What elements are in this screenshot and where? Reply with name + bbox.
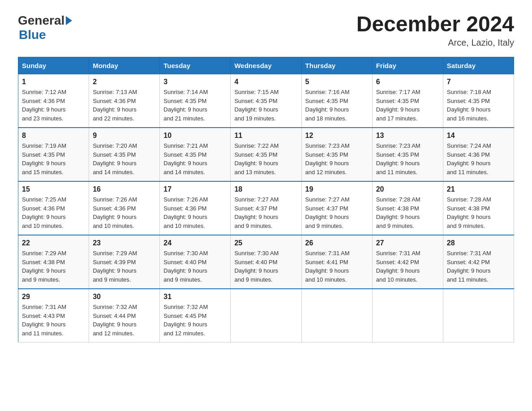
table-row: 30 Sunrise: 7:32 AM Sunset: 4:44 PM Dayl… [89, 289, 160, 342]
col-wednesday: Wednesday [231, 57, 301, 74]
day-number: 26 [305, 239, 369, 247]
table-row: 28 Sunrise: 7:31 AM Sunset: 4:42 PM Dayl… [443, 235, 514, 289]
day-number: 29 [22, 293, 85, 301]
table-row: 17 Sunrise: 7:26 AM Sunset: 4:36 PM Dayl… [160, 181, 231, 235]
day-info: Sunrise: 7:14 AM Sunset: 4:35 PM Dayligh… [163, 88, 227, 123]
day-info: Sunrise: 7:26 AM Sunset: 4:36 PM Dayligh… [93, 195, 156, 230]
day-info: Sunrise: 7:13 AM Sunset: 4:36 PM Dayligh… [93, 88, 156, 123]
table-row: 8 Sunrise: 7:19 AM Sunset: 4:35 PM Dayli… [18, 128, 89, 181]
col-thursday: Thursday [301, 57, 372, 74]
header-row: Sunday Monday Tuesday Wednesday Thursday… [18, 57, 514, 74]
table-row: 26 Sunrise: 7:31 AM Sunset: 4:41 PM Dayl… [301, 235, 372, 289]
day-info: Sunrise: 7:17 AM Sunset: 4:35 PM Dayligh… [376, 88, 439, 123]
day-number: 4 [234, 78, 297, 86]
day-number: 27 [376, 239, 439, 247]
day-info: Sunrise: 7:28 AM Sunset: 4:38 PM Dayligh… [376, 195, 439, 230]
day-number: 28 [447, 239, 510, 247]
table-row: 3 Sunrise: 7:14 AM Sunset: 4:35 PM Dayli… [160, 74, 231, 128]
day-info: Sunrise: 7:29 AM Sunset: 4:39 PM Dayligh… [93, 249, 156, 284]
day-info: Sunrise: 7:25 AM Sunset: 4:36 PM Dayligh… [22, 195, 85, 230]
col-monday: Monday [89, 57, 160, 74]
day-info: Sunrise: 7:16 AM Sunset: 4:35 PM Dayligh… [305, 88, 369, 123]
day-number: 11 [234, 132, 297, 140]
calendar-week-1: 1 Sunrise: 7:12 AM Sunset: 4:36 PM Dayli… [18, 74, 514, 128]
table-row: 22 Sunrise: 7:29 AM Sunset: 4:38 PM Dayl… [18, 235, 89, 289]
day-info: Sunrise: 7:29 AM Sunset: 4:38 PM Dayligh… [22, 249, 85, 284]
logo-arrow-icon [66, 16, 72, 25]
table-row: 14 Sunrise: 7:24 AM Sunset: 4:36 PM Dayl… [443, 128, 514, 181]
day-number: 3 [163, 78, 227, 86]
day-number: 23 [93, 239, 156, 247]
calendar-week-2: 8 Sunrise: 7:19 AM Sunset: 4:35 PM Dayli… [18, 128, 514, 181]
table-row: 23 Sunrise: 7:29 AM Sunset: 4:39 PM Dayl… [89, 235, 160, 289]
day-number: 24 [163, 239, 227, 247]
header-right: December 2024 Arce, Lazio, Italy [356, 13, 514, 48]
logo-blue: Blue [19, 28, 46, 42]
table-row: 11 Sunrise: 7:22 AM Sunset: 4:35 PM Dayl… [231, 128, 301, 181]
table-row: 27 Sunrise: 7:31 AM Sunset: 4:42 PM Dayl… [372, 235, 443, 289]
col-sunday: Sunday [18, 57, 89, 74]
table-row: 29 Sunrise: 7:31 AM Sunset: 4:43 PM Dayl… [18, 289, 89, 342]
day-number: 20 [376, 185, 439, 193]
table-row: 18 Sunrise: 7:27 AM Sunset: 4:37 PM Dayl… [231, 181, 301, 235]
table-row: 15 Sunrise: 7:25 AM Sunset: 4:36 PM Dayl… [18, 181, 89, 235]
table-row: 19 Sunrise: 7:27 AM Sunset: 4:37 PM Dayl… [301, 181, 372, 235]
day-info: Sunrise: 7:31 AM Sunset: 4:43 PM Dayligh… [22, 303, 85, 338]
day-info: Sunrise: 7:18 AM Sunset: 4:35 PM Dayligh… [447, 88, 510, 123]
day-number: 19 [305, 185, 369, 193]
table-row [443, 289, 514, 342]
logo-general: General [18, 13, 64, 28]
table-row: 13 Sunrise: 7:23 AM Sunset: 4:35 PM Dayl… [372, 128, 443, 181]
month-title: December 2024 [356, 13, 514, 35]
day-number: 13 [376, 132, 439, 140]
day-number: 1 [22, 78, 85, 86]
table-row: 12 Sunrise: 7:23 AM Sunset: 4:35 PM Dayl… [301, 128, 372, 181]
table-row: 5 Sunrise: 7:16 AM Sunset: 4:35 PM Dayli… [301, 74, 372, 128]
day-number: 30 [93, 293, 156, 301]
day-info: Sunrise: 7:20 AM Sunset: 4:35 PM Dayligh… [93, 141, 156, 176]
calendar-table: Sunday Monday Tuesday Wednesday Thursday… [18, 57, 514, 342]
logo: General Blue [18, 13, 73, 42]
day-info: Sunrise: 7:28 AM Sunset: 4:38 PM Dayligh… [447, 195, 510, 230]
day-info: Sunrise: 7:31 AM Sunset: 4:41 PM Dayligh… [305, 249, 369, 284]
day-info: Sunrise: 7:30 AM Sunset: 4:40 PM Dayligh… [234, 249, 297, 284]
location: Arce, Lazio, Italy [356, 38, 514, 48]
day-info: Sunrise: 7:31 AM Sunset: 4:42 PM Dayligh… [447, 249, 510, 284]
day-info: Sunrise: 7:12 AM Sunset: 4:36 PM Dayligh… [22, 88, 85, 123]
table-row: 24 Sunrise: 7:30 AM Sunset: 4:40 PM Dayl… [160, 235, 231, 289]
table-row: 16 Sunrise: 7:26 AM Sunset: 4:36 PM Dayl… [89, 181, 160, 235]
day-number: 15 [22, 185, 85, 193]
day-info: Sunrise: 7:27 AM Sunset: 4:37 PM Dayligh… [305, 195, 369, 230]
day-info: Sunrise: 7:21 AM Sunset: 4:35 PM Dayligh… [163, 141, 227, 176]
day-number: 18 [234, 185, 297, 193]
table-row: 25 Sunrise: 7:30 AM Sunset: 4:40 PM Dayl… [231, 235, 301, 289]
day-info: Sunrise: 7:22 AM Sunset: 4:35 PM Dayligh… [234, 141, 297, 176]
table-row: 9 Sunrise: 7:20 AM Sunset: 4:35 PM Dayli… [89, 128, 160, 181]
day-info: Sunrise: 7:31 AM Sunset: 4:42 PM Dayligh… [376, 249, 439, 284]
col-tuesday: Tuesday [160, 57, 231, 74]
day-info: Sunrise: 7:26 AM Sunset: 4:36 PM Dayligh… [163, 195, 227, 230]
table-row: 10 Sunrise: 7:21 AM Sunset: 4:35 PM Dayl… [160, 128, 231, 181]
table-row: 21 Sunrise: 7:28 AM Sunset: 4:38 PM Dayl… [443, 181, 514, 235]
calendar-week-3: 15 Sunrise: 7:25 AM Sunset: 4:36 PM Dayl… [18, 181, 514, 235]
day-info: Sunrise: 7:32 AM Sunset: 4:45 PM Dayligh… [163, 303, 227, 338]
page-header: General Blue December 2024 Arce, Lazio, … [18, 13, 514, 48]
table-row [231, 289, 301, 342]
logo-text: General [18, 13, 73, 28]
day-number: 2 [93, 78, 156, 86]
day-info: Sunrise: 7:19 AM Sunset: 4:35 PM Dayligh… [22, 141, 85, 176]
table-row: 4 Sunrise: 7:15 AM Sunset: 4:35 PM Dayli… [231, 74, 301, 128]
day-info: Sunrise: 7:27 AM Sunset: 4:37 PM Dayligh… [234, 195, 297, 230]
table-row: 6 Sunrise: 7:17 AM Sunset: 4:35 PM Dayli… [372, 74, 443, 128]
table-row: 1 Sunrise: 7:12 AM Sunset: 4:36 PM Dayli… [18, 74, 89, 128]
day-info: Sunrise: 7:15 AM Sunset: 4:35 PM Dayligh… [234, 88, 297, 123]
day-info: Sunrise: 7:23 AM Sunset: 4:35 PM Dayligh… [305, 141, 369, 176]
table-row: 7 Sunrise: 7:18 AM Sunset: 4:35 PM Dayli… [443, 74, 514, 128]
day-info: Sunrise: 7:23 AM Sunset: 4:35 PM Dayligh… [376, 141, 439, 176]
day-number: 17 [163, 185, 227, 193]
day-number: 16 [93, 185, 156, 193]
table-row [301, 289, 372, 342]
table-row: 31 Sunrise: 7:32 AM Sunset: 4:45 PM Dayl… [160, 289, 231, 342]
day-number: 10 [163, 132, 227, 140]
day-number: 12 [305, 132, 369, 140]
